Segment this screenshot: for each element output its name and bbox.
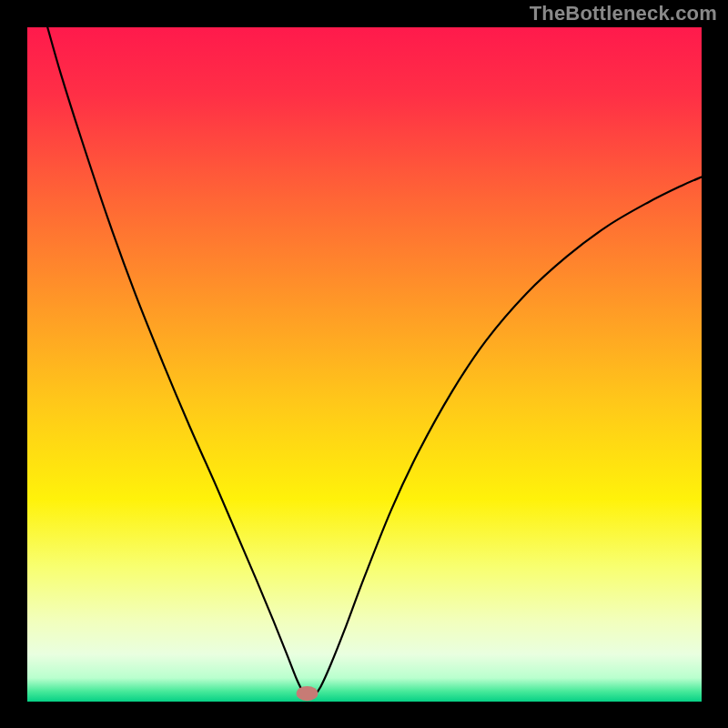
- chart-svg: [27, 27, 702, 702]
- gradient-background: [27, 27, 702, 702]
- plot-area: [27, 27, 702, 702]
- chart-container: TheBottleneck.com: [0, 0, 728, 728]
- watermark-label: TheBottleneck.com: [530, 2, 717, 25]
- optimum-marker: [297, 686, 318, 701]
